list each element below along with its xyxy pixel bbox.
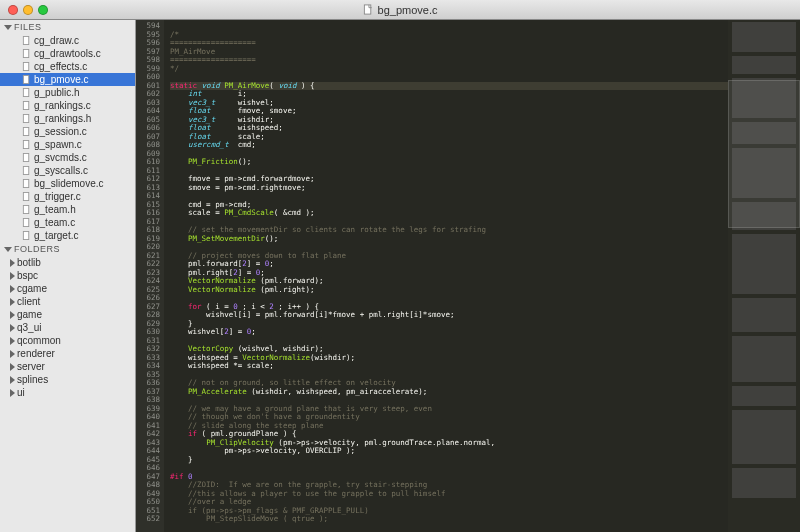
- file-name: bg_pmove.c: [34, 74, 88, 85]
- file-name: g_trigger.c: [34, 191, 81, 202]
- code-line[interactable]: //this allows a player to use the grappl…: [170, 490, 728, 499]
- file-name: cg_drawtools.c: [34, 48, 101, 59]
- file-item[interactable]: bg_pmove.c: [0, 73, 135, 86]
- minimap[interactable]: [728, 20, 800, 532]
- folder-item[interactable]: qcommon: [0, 334, 135, 347]
- folder-item[interactable]: game: [0, 308, 135, 321]
- file-item[interactable]: g_rankings.c: [0, 99, 135, 112]
- folder-item[interactable]: ui: [0, 386, 135, 399]
- svg-rect-13: [23, 192, 28, 200]
- file-item[interactable]: g_syscalls.c: [0, 164, 135, 177]
- code-line[interactable]: smove = pm->cmd.rightmove;: [170, 184, 728, 193]
- zoom-window-button[interactable]: [38, 5, 48, 15]
- files-section-header[interactable]: FILES: [0, 20, 135, 34]
- disclosure-triangle-icon: [10, 376, 15, 384]
- code-line[interactable]: [170, 22, 728, 31]
- folder-item[interactable]: renderer: [0, 347, 135, 360]
- file-item[interactable]: g_svcmds.c: [0, 151, 135, 164]
- code-line[interactable]: VectorNormalize (pml.right);: [170, 286, 728, 295]
- open-files-list: cg_draw.ccg_drawtools.ccg_effects.cbg_pm…: [0, 34, 135, 242]
- code-line[interactable]: PM_Friction();: [170, 158, 728, 167]
- file-icon: [22, 36, 31, 45]
- file-item[interactable]: g_target.c: [0, 229, 135, 242]
- svg-rect-5: [23, 88, 28, 96]
- code-line[interactable]: [170, 150, 728, 159]
- code-line[interactable]: [170, 464, 728, 473]
- folder-name: client: [17, 296, 40, 307]
- title-text: bg_pmove.c: [378, 4, 438, 16]
- file-item[interactable]: bg_slidemove.c: [0, 177, 135, 190]
- file-item[interactable]: cg_draw.c: [0, 34, 135, 47]
- folder-name: q3_ui: [17, 322, 41, 333]
- folder-item[interactable]: q3_ui: [0, 321, 135, 334]
- disclosure-triangle-icon: [10, 311, 15, 319]
- file-name: g_team.h: [34, 204, 76, 215]
- minimize-window-button[interactable]: [23, 5, 33, 15]
- folders-section-header[interactable]: FOLDERS: [0, 242, 135, 256]
- folder-name: qcommon: [17, 335, 61, 346]
- project-folders-list: botlibbspccgameclientgameq3_uiqcommonren…: [0, 256, 135, 399]
- file-icon: [22, 75, 31, 84]
- file-item[interactable]: g_session.c: [0, 125, 135, 138]
- code-line[interactable]: wishvel[i] = pml.forward[i]*fmove + pml.…: [170, 311, 728, 320]
- svg-rect-16: [23, 231, 28, 239]
- folder-item[interactable]: cgame: [0, 282, 135, 295]
- folder-name: bspc: [17, 270, 38, 281]
- file-item[interactable]: cg_drawtools.c: [0, 47, 135, 60]
- code-area[interactable]: /*===================PM_AirMove=========…: [164, 20, 728, 532]
- folder-item[interactable]: splines: [0, 373, 135, 386]
- code-line[interactable]: wishspeed *= scale;: [170, 362, 728, 371]
- line-number: 652: [136, 515, 160, 524]
- file-name: cg_effects.c: [34, 61, 87, 72]
- line-number-gutter: 5945955965975985996006016026036046056066…: [136, 20, 164, 532]
- minimap-block: [732, 410, 796, 464]
- file-icon: [22, 62, 31, 71]
- file-item[interactable]: g_spawn.c: [0, 138, 135, 151]
- file-item[interactable]: g_team.c: [0, 216, 135, 229]
- disclosure-triangle-icon: [10, 298, 15, 306]
- code-line[interactable]: [170, 192, 728, 201]
- window-title: bg_pmove.c: [363, 4, 438, 16]
- folder-item[interactable]: server: [0, 360, 135, 373]
- code-line[interactable]: */: [170, 65, 728, 74]
- code-line[interactable]: static void PM_AirMove( void ) {: [170, 82, 728, 91]
- close-window-button[interactable]: [8, 5, 18, 15]
- folder-item[interactable]: botlib: [0, 256, 135, 269]
- code-line[interactable]: PM_Accelerate (wishdir, wishspeed, pm_ai…: [170, 388, 728, 397]
- code-line[interactable]: }: [170, 456, 728, 465]
- file-icon: [22, 114, 31, 123]
- folder-name: game: [17, 309, 42, 320]
- minimap-block: [732, 234, 796, 294]
- code-line[interactable]: ===================: [170, 39, 728, 48]
- svg-rect-10: [23, 153, 28, 161]
- code-line[interactable]: wishvel[2] = 0;: [170, 328, 728, 337]
- disclosure-triangle-icon: [4, 247, 12, 252]
- svg-rect-3: [23, 62, 28, 70]
- document-icon: [363, 4, 374, 15]
- editor-area: 5945955965975985996006016026036046056066…: [136, 20, 800, 532]
- folder-name: cgame: [17, 283, 47, 294]
- folder-item[interactable]: client: [0, 295, 135, 308]
- file-icon: [22, 231, 31, 240]
- code-line[interactable]: scale = PM_CmdScale( &cmd );: [170, 209, 728, 218]
- folder-name: botlib: [17, 257, 41, 268]
- file-icon: [22, 49, 31, 58]
- code-line[interactable]: usercmd_t cmd;: [170, 141, 728, 150]
- file-item[interactable]: g_trigger.c: [0, 190, 135, 203]
- file-item[interactable]: g_team.h: [0, 203, 135, 216]
- file-name: g_spawn.c: [34, 139, 82, 150]
- code-line[interactable]: PM_SetMovementDir();: [170, 235, 728, 244]
- code-line[interactable]: ===================: [170, 56, 728, 65]
- file-item[interactable]: cg_effects.c: [0, 60, 135, 73]
- folder-item[interactable]: bspc: [0, 269, 135, 282]
- folder-name: server: [17, 361, 45, 372]
- file-icon: [22, 205, 31, 214]
- file-item[interactable]: g_rankings.h: [0, 112, 135, 125]
- svg-rect-4: [23, 75, 28, 83]
- minimap-viewport[interactable]: [728, 80, 800, 228]
- code-line[interactable]: PM_StepSlideMove ( qtrue );: [170, 515, 728, 524]
- code-line[interactable]: pm->ps->velocity, OVERCLIP );: [170, 447, 728, 456]
- disclosure-triangle-icon: [10, 259, 15, 267]
- folders-header-label: FOLDERS: [14, 244, 60, 254]
- file-item[interactable]: g_public.h: [0, 86, 135, 99]
